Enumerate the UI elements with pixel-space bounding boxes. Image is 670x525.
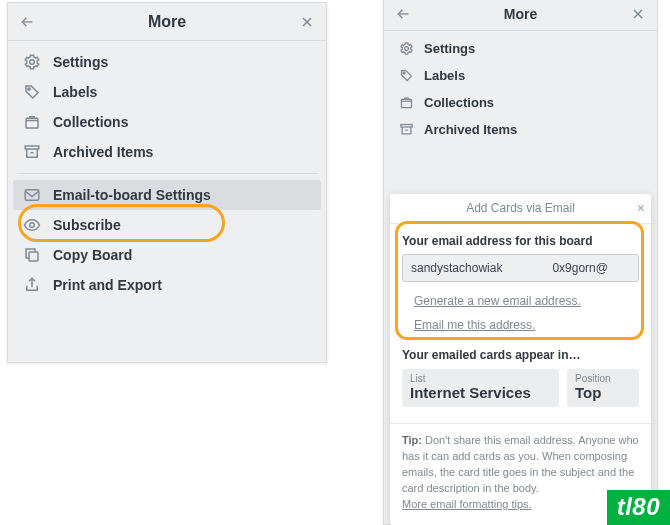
position-label: Position (575, 373, 631, 384)
copy-icon (23, 246, 41, 264)
panel-titlebar: More (384, 0, 657, 31)
archive-icon (399, 122, 414, 137)
menu-item-collections[interactable]: Collections (13, 107, 321, 137)
email-to-board-card: Add Cards via Email × Your email address… (390, 194, 651, 525)
archive-icon (23, 143, 41, 161)
box-icon (23, 113, 41, 131)
svg-point-7 (405, 47, 409, 51)
svg-rect-6 (29, 252, 38, 261)
generate-email-link[interactable]: Generate a new email address. (414, 294, 639, 308)
tag-icon (23, 83, 41, 101)
list-selector[interactable]: List Internet Services (402, 369, 559, 407)
position-value: Top (575, 384, 631, 401)
left-more-panel: More SettingsLabelsCollectionsArchived I… (7, 2, 327, 363)
gear-icon (23, 53, 41, 71)
menu-item-label: Settings (424, 41, 475, 56)
tip-text: Don't share this email address. Anyone w… (402, 434, 639, 494)
menu-item-label: Collections (53, 114, 128, 130)
list-value: Internet Services (410, 384, 551, 401)
menu-item-label: Email-to-board Settings (53, 187, 211, 203)
menu-item-label: Settings (53, 54, 108, 70)
tip-label: Tip: (402, 434, 422, 446)
gear-icon (399, 41, 414, 56)
menu-item-archived[interactable]: Archived Items (389, 116, 652, 143)
card-header: Add Cards via Email × (390, 194, 651, 224)
panel-title: More (384, 0, 657, 31)
menu-item-label: Archived Items (53, 144, 153, 160)
list-label: List (410, 373, 551, 384)
position-selector[interactable]: Position Top (567, 369, 639, 407)
menu-item-label: Print and Export (53, 277, 162, 293)
panel-titlebar: More (8, 3, 326, 41)
panel-title: More (8, 3, 326, 41)
svg-rect-10 (401, 125, 412, 128)
menu-item-settings[interactable]: Settings (13, 47, 321, 77)
svg-point-0 (30, 60, 35, 65)
menu-item-label: Labels (53, 84, 97, 100)
watermark-badge: tl80 (607, 490, 670, 525)
eye-icon (23, 216, 41, 234)
back-button[interactable] (8, 3, 46, 40)
box-icon (399, 95, 414, 110)
menu-item-labels[interactable]: Labels (389, 62, 652, 89)
close-button[interactable] (288, 3, 326, 40)
board-email-input[interactable] (402, 254, 639, 282)
svg-rect-2 (26, 118, 38, 128)
svg-rect-4 (25, 190, 39, 201)
menu-item-email[interactable]: Email-to-board Settings (13, 180, 321, 210)
email-me-link[interactable]: Email me this address. (414, 318, 639, 332)
formatting-tips-link[interactable]: More email formatting tips. (402, 498, 532, 510)
menu-item-settings[interactable]: Settings (389, 35, 652, 62)
share-icon (23, 276, 41, 294)
tag-icon (399, 68, 414, 83)
svg-rect-3 (25, 146, 39, 149)
card-title: Add Cards via Email (466, 201, 575, 215)
right-menu: SettingsLabelsCollectionsArchived Items (384, 31, 657, 147)
menu-item-archived[interactable]: Archived Items (13, 137, 321, 167)
svg-point-1 (28, 88, 30, 90)
back-button[interactable] (384, 0, 422, 30)
menu-item-labels[interactable]: Labels (13, 77, 321, 107)
close-button[interactable] (619, 0, 657, 30)
menu-item-collections[interactable]: Collections (389, 89, 652, 116)
menu-item-label: Collections (424, 95, 494, 110)
close-icon[interactable]: × (637, 200, 645, 216)
email-address-label: Your email address for this board (402, 234, 639, 248)
menu-item-label: Labels (424, 68, 465, 83)
menu-item-label: Subscribe (53, 217, 121, 233)
menu-item-print[interactable]: Print and Export (13, 270, 321, 300)
menu-item-subscribe[interactable]: Subscribe (13, 210, 321, 240)
menu-item-copy[interactable]: Copy Board (13, 240, 321, 270)
svg-rect-9 (402, 99, 412, 107)
svg-point-5 (30, 223, 35, 228)
menu-item-label: Archived Items (424, 122, 517, 137)
menu-item-label: Copy Board (53, 247, 132, 263)
menu-divider (17, 173, 317, 174)
mail-icon (23, 186, 41, 204)
appear-in-label: Your emailed cards appear in… (402, 348, 639, 362)
svg-point-8 (403, 72, 405, 74)
left-menu: SettingsLabelsCollectionsArchived ItemsE… (8, 41, 326, 306)
